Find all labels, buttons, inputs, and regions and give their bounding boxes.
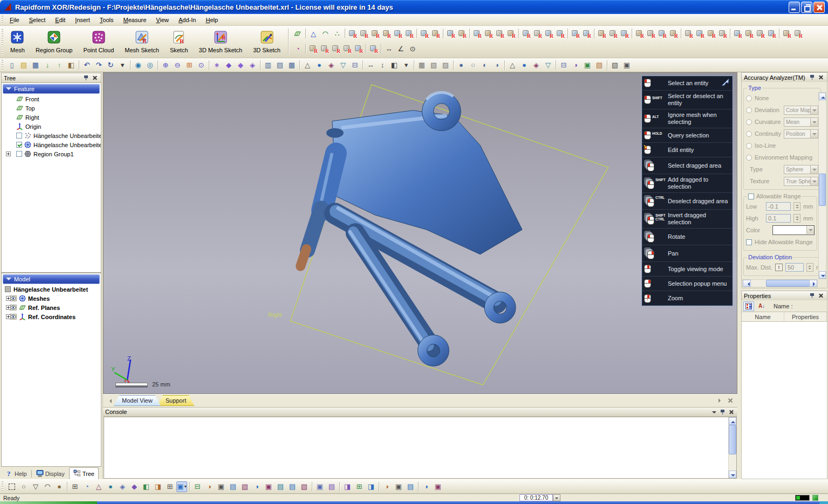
preview-shade-icon[interactable]: ◎ <box>145 60 155 71</box>
document-tab-model-view[interactable]: Model View <box>114 395 161 406</box>
mouse-menu-item-13[interactable]: ↕Zoom <box>642 291 733 306</box>
tool1-icon[interactable]: R <box>683 29 694 39</box>
solid-2-icon[interactable]: ◧ <box>141 481 152 492</box>
export-file-icon[interactable]: ↑ <box>54 60 65 71</box>
shade-3-icon[interactable]: ◐ <box>480 60 490 71</box>
revolve-icon[interactable]: R <box>359 29 369 39</box>
texture-select[interactable]: True Sphere <box>784 177 818 186</box>
radio-environment-mapping[interactable] <box>746 155 752 161</box>
tool6-icon[interactable]: R <box>744 29 754 39</box>
pin-icon[interactable] <box>719 409 727 416</box>
zoom-window-icon[interactable]: ⊕ <box>160 60 171 71</box>
util-8-icon[interactable]: ▤ <box>594 60 605 71</box>
offset-icon[interactable]: R <box>483 29 494 39</box>
panel-tab-tree[interactable]: Tree <box>69 467 99 479</box>
tree-item-3[interactable]: Origin <box>2 122 100 131</box>
scroll-right-icon[interactable] <box>809 280 817 287</box>
type-select[interactable]: Sphere <box>784 165 818 174</box>
mouse-menu-item-0[interactable]: Select an entity <box>642 76 733 91</box>
util-7-icon[interactable]: ▣ <box>582 60 593 71</box>
menu-help[interactable]: Help <box>201 15 223 25</box>
console-output[interactable] <box>104 417 737 479</box>
mouse-menu-item-7[interactable]: CTRLDeselect dragged area <box>642 193 733 210</box>
sel-3-icon[interactable]: ▣ <box>216 481 227 492</box>
solid-3-icon[interactable]: ◨ <box>153 481 163 492</box>
sel-2-icon[interactable]: ◑ <box>204 481 215 492</box>
fill-3-icon[interactable]: ▤ <box>275 481 286 492</box>
radio-iso-line[interactable] <box>746 143 752 149</box>
mouse-menu-item-1[interactable]: SHIFTSelect or deselect an entity <box>642 91 733 109</box>
tab-scroll-right-icon[interactable] <box>716 397 723 404</box>
history-icon[interactable]: ↻ <box>105 60 116 71</box>
radio-curvature[interactable] <box>746 119 752 125</box>
flip-v-icon[interactable]: ↕ <box>377 60 388 71</box>
win-1-icon[interactable]: △ <box>302 60 313 71</box>
mouse-menu-item-3[interactable]: HOLDQuery selection <box>642 128 733 143</box>
visibility-checkbox[interactable] <box>16 142 22 148</box>
mouse-menu-item-6[interactable]: SHIFTAdd dragged to selection <box>642 174 733 193</box>
util-3-icon[interactable]: ◈ <box>531 60 542 71</box>
tool8-icon[interactable]: R <box>767 29 777 39</box>
trim-icon[interactable]: R <box>495 29 505 39</box>
spinner-icon[interactable] <box>793 214 800 223</box>
tree-item-1[interactable]: Top <box>2 103 100 113</box>
max-dist-input[interactable]: 50 <box>785 263 804 272</box>
draw-1-icon[interactable]: ⊞ <box>70 481 80 492</box>
flip-h-icon[interactable]: ↔ <box>365 60 376 71</box>
tree-item-4[interactable]: Hängelasche Unbearbeitet <box>2 131 100 140</box>
mesh-fill-icon[interactable]: R <box>331 44 341 54</box>
model-root-item[interactable]: Hängelasche Unbearbeitet <box>2 285 100 294</box>
end-2-icon[interactable]: ▣ <box>433 481 443 492</box>
spinner-icon[interactable] <box>806 263 813 272</box>
tool9-icon[interactable]: R <box>782 29 792 39</box>
accuracy-panel-hscrollbar[interactable] <box>742 279 818 287</box>
wiz3-icon[interactable]: R <box>657 29 667 39</box>
tree-item-0[interactable]: Front <box>2 94 100 103</box>
tree-item-6[interactable]: Region Group1 <box>2 149 100 158</box>
mesh-cut-icon[interactable]: R <box>308 44 318 54</box>
menu-insert[interactable]: Insert <box>70 15 95 25</box>
zoom-region-icon[interactable]: ⊞ <box>184 60 195 71</box>
solid-4-icon[interactable]: ⊞ <box>165 481 175 492</box>
deviation-select[interactable]: Color Map <box>784 106 818 115</box>
win-4-icon[interactable]: ▽ <box>338 60 348 71</box>
view-iso3-icon[interactable]: ◈ <box>247 60 258 71</box>
mesh-fix-icon[interactable]: R <box>319 44 330 54</box>
grid-b-icon[interactable]: ◨ <box>366 481 377 492</box>
low-input[interactable]: -0.1 <box>766 202 791 211</box>
util-1-icon[interactable]: △ <box>507 60 518 71</box>
scroll-left-icon[interactable] <box>743 280 751 287</box>
close-icon[interactable] <box>91 74 99 81</box>
categorized-view-button[interactable] <box>743 301 754 311</box>
color-select[interactable] <box>772 225 815 235</box>
hide-allowable-range-checkbox[interactable] <box>746 239 752 245</box>
shade-4-icon[interactable]: ◑ <box>491 60 502 71</box>
shade-2-icon[interactable]: ○ <box>468 60 478 71</box>
scale-icon[interactable]: R <box>581 29 592 39</box>
properties-list[interactable] <box>741 322 827 479</box>
point-size-icon[interactable]: ∗ <box>211 60 222 71</box>
console-menu-icon[interactable] <box>710 409 718 416</box>
3d-mesh-sketch-mode-button[interactable]: R3D Mesh Sketch <box>194 27 248 57</box>
marquee-circle-icon[interactable]: ○ <box>18 481 29 492</box>
nav-1-icon[interactable]: ◑ <box>381 481 392 492</box>
util-9-icon[interactable]: ▧ <box>610 60 620 71</box>
warning-button[interactable]: ! <box>775 264 783 271</box>
wiz2-icon[interactable]: R <box>646 29 656 39</box>
close-icon[interactable] <box>817 292 825 299</box>
emboss-icon[interactable]: R <box>555 29 565 39</box>
mouse-menu-item-5[interactable]: Select dragged area <box>642 157 733 174</box>
visibility-checkbox[interactable] <box>16 133 22 139</box>
point-cloud-mode-button[interactable]: Point Cloud <box>78 27 119 57</box>
fill-1-icon[interactable]: ◑ <box>251 481 262 492</box>
extrude-icon[interactable]: R <box>347 29 358 39</box>
mouse-menu-item-11[interactable]: Toggle viewing mode <box>642 262 733 277</box>
mouse-menu-item-4[interactable]: ↘Edit entity <box>642 143 733 157</box>
redesign-assist-icon[interactable]: ◔ <box>292 43 303 54</box>
tool2-icon[interactable]: R <box>695 29 705 39</box>
sweep-icon[interactable]: R <box>370 29 380 39</box>
measure-length-icon[interactable]: ↔ <box>384 43 394 54</box>
tab-scroll-left-icon[interactable] <box>105 397 113 405</box>
sel-1-icon[interactable]: ⊟ <box>192 481 203 492</box>
util-6-icon[interactable]: ◑ <box>570 60 581 71</box>
